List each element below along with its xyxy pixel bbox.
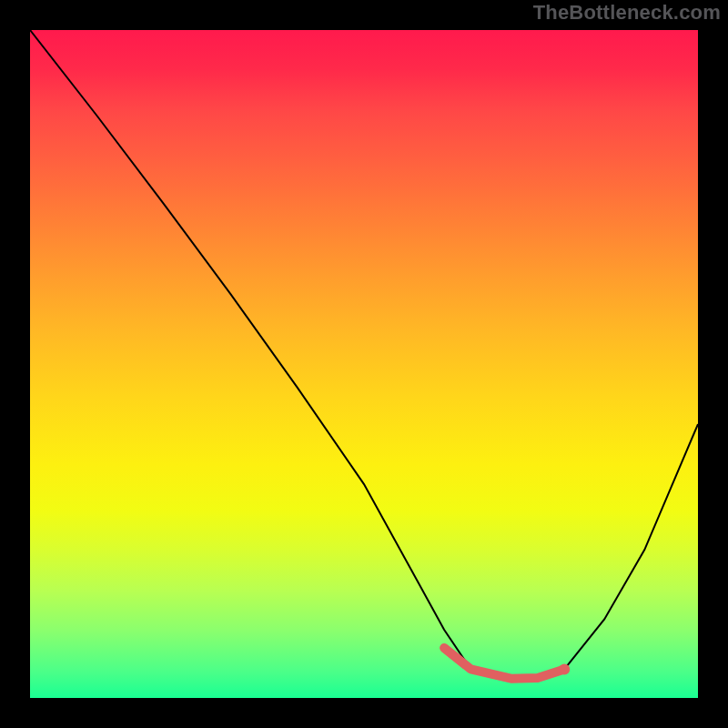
plot-area xyxy=(30,30,698,698)
chart-container: TheBottleneck.com xyxy=(0,0,728,728)
curve-layer xyxy=(30,30,698,698)
bottleneck-curve xyxy=(30,30,698,679)
highlight-end-dot xyxy=(559,663,570,674)
watermark: TheBottleneck.com xyxy=(533,1,721,25)
highlight-band xyxy=(444,648,564,679)
